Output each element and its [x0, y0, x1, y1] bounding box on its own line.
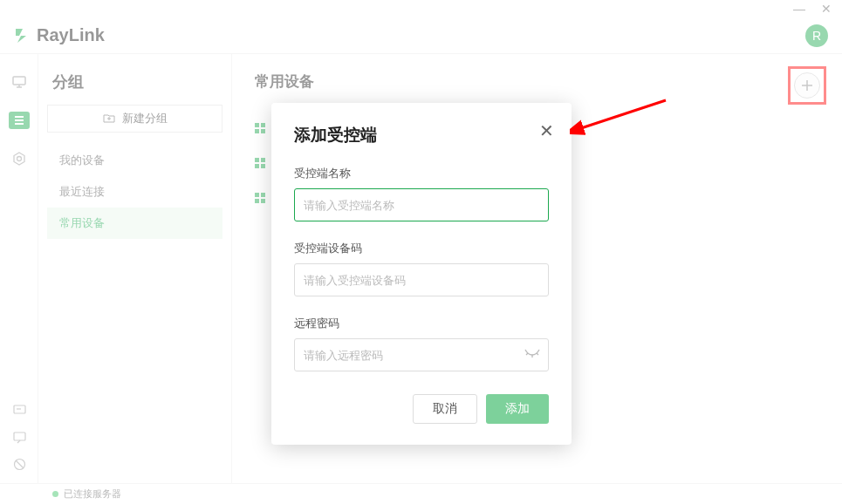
remote-password-input[interactable] — [294, 338, 549, 371]
eye-icon[interactable] — [524, 348, 540, 362]
device-code-input[interactable] — [294, 263, 549, 296]
remote-password-label: 远程密码 — [294, 316, 549, 331]
confirm-button[interactable]: 添加 — [486, 394, 549, 424]
device-name-label: 受控端名称 — [294, 166, 549, 181]
modal-close-button[interactable]: ✕ — [539, 120, 554, 141]
device-code-label: 受控端设备码 — [294, 241, 549, 256]
modal-title: 添加受控端 — [294, 124, 549, 146]
add-device-modal: 添加受控端 ✕ 受控端名称 受控端设备码 远程密码 取消 添加 — [271, 103, 572, 445]
cancel-button[interactable]: 取消 — [413, 394, 477, 424]
modal-overlay: 添加受控端 ✕ 受控端名称 受控端设备码 远程密码 取消 添加 — [0, 0, 842, 504]
device-name-input[interactable] — [294, 188, 549, 221]
